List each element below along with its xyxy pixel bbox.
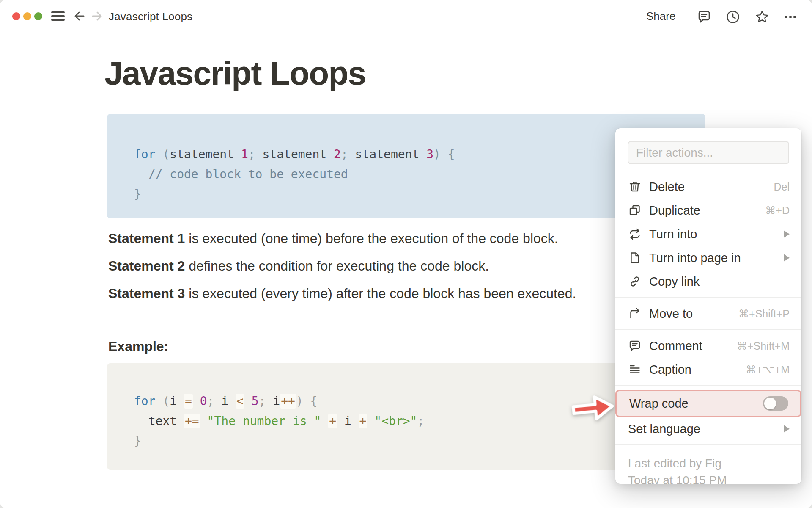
link-icon xyxy=(628,275,642,288)
menu-items: DeleteDelDuplicate⌘+DTurn intoTurn into … xyxy=(615,175,801,484)
menu-item-label: Set language xyxy=(628,422,784,436)
block-context-menu: DeleteDelDuplicate⌘+DTurn intoTurn into … xyxy=(615,128,801,484)
top-bar: Javascript Loops Share xyxy=(0,0,812,32)
menu-item-turn-into[interactable]: Turn into xyxy=(615,222,801,246)
trash-icon xyxy=(628,180,642,193)
close-window-button[interactable] xyxy=(12,12,20,20)
sidebar-menu-icon[interactable] xyxy=(51,11,65,22)
menu-divider xyxy=(615,297,801,298)
menu-divider xyxy=(615,329,801,330)
statement-3-text: is executed (every time) after the code … xyxy=(185,286,576,301)
more-options-icon[interactable] xyxy=(782,9,798,25)
last-edited-time-text: Today at 10:15 PM xyxy=(628,472,790,484)
caption-icon xyxy=(628,363,642,376)
page-icon xyxy=(628,251,642,265)
comment-icon xyxy=(628,339,642,353)
menu-item-duplicate[interactable]: Duplicate⌘+D xyxy=(615,199,801,222)
menu-item-shortcut: ⌘+D xyxy=(765,204,790,217)
wrap-code-toggle[interactable] xyxy=(763,396,788,411)
menu-item-delete[interactable]: DeleteDel xyxy=(615,175,801,199)
menu-item-label: Caption xyxy=(649,363,746,377)
menu-item-turn-into-page-in[interactable]: Turn into page in xyxy=(615,246,801,270)
history-clock-icon[interactable] xyxy=(725,9,741,25)
statement-1-text: is executed (one time) before the execut… xyxy=(185,231,558,246)
page-title: Javascript Loops xyxy=(104,54,366,93)
menu-item-label: Move to xyxy=(649,307,738,321)
statement-3-bold: Statement 3 xyxy=(108,286,185,301)
duplicate-icon xyxy=(628,204,642,217)
menu-item-wrap-code[interactable]: Wrap code xyxy=(615,390,801,417)
menu-item-label: Comment xyxy=(649,339,737,353)
menu-item-label: Delete xyxy=(649,180,774,194)
example-heading: Example: xyxy=(108,339,168,354)
menu-item-label: Copy link xyxy=(649,275,790,289)
favorite-star-icon[interactable] xyxy=(754,9,770,25)
statement-2-text: defines the condition for executing the … xyxy=(185,258,489,273)
app-window: Javascript Loops Share Javascript Loops … xyxy=(0,0,812,508)
menu-item-move-to[interactable]: Move to⌘+Shift+P xyxy=(615,302,801,326)
statement-1-bold: Statement 1 xyxy=(108,231,185,246)
minimize-window-button[interactable] xyxy=(23,12,31,20)
menu-item-label: Duplicate xyxy=(649,204,765,218)
submenu-arrow-icon xyxy=(784,425,790,433)
menu-item-shortcut: Del xyxy=(774,181,790,193)
menu-item-comment[interactable]: Comment⌘+Shift+M xyxy=(615,334,801,358)
menu-item-label: Wrap code xyxy=(629,397,763,411)
menu-item-shortcut: ⌘+Shift+P xyxy=(738,308,790,320)
menu-item-copy-link[interactable]: Copy link xyxy=(615,270,801,293)
menu-item-caption[interactable]: Caption⌘+⌥+M xyxy=(615,358,801,381)
menu-footer: Last edited by FigToday at 10:15 PM xyxy=(615,449,801,484)
menu-divider xyxy=(615,385,801,386)
filter-actions-input[interactable] xyxy=(628,141,789,164)
toggle-knob xyxy=(764,398,776,409)
menu-divider xyxy=(615,444,801,445)
paragraph-statement-1: Statement 1 is executed (one time) befor… xyxy=(108,231,558,246)
breadcrumb-page-title[interactable]: Javascript Loops xyxy=(109,10,192,23)
comments-icon[interactable] xyxy=(696,9,712,25)
zoom-window-button[interactable] xyxy=(34,12,42,20)
menu-item-shortcut: ⌘+⌥+M xyxy=(746,364,790,376)
turn-into-icon xyxy=(628,227,642,241)
forward-arrow-icon[interactable] xyxy=(90,9,104,23)
statement-2-bold: Statement 2 xyxy=(108,258,185,273)
menu-item-set-language[interactable]: Set language xyxy=(615,417,801,441)
menu-item-label: Turn into page in xyxy=(649,251,784,265)
window-controls xyxy=(12,12,42,20)
paragraph-statement-3: Statement 3 is executed (every time) aft… xyxy=(108,286,576,301)
share-button[interactable]: Share xyxy=(646,10,675,23)
menu-item-shortcut: ⌘+Shift+M xyxy=(737,340,790,352)
submenu-arrow-icon xyxy=(784,254,790,262)
last-edited-by-text: Last edited by Fig xyxy=(628,455,790,472)
move-to-icon xyxy=(628,307,642,320)
submenu-arrow-icon xyxy=(784,230,790,238)
back-arrow-icon[interactable] xyxy=(73,9,86,23)
paragraph-statement-2: Statement 2 defines the condition for ex… xyxy=(108,258,489,274)
annotation-arrow-icon xyxy=(568,389,617,428)
menu-item-label: Turn into xyxy=(649,227,784,241)
